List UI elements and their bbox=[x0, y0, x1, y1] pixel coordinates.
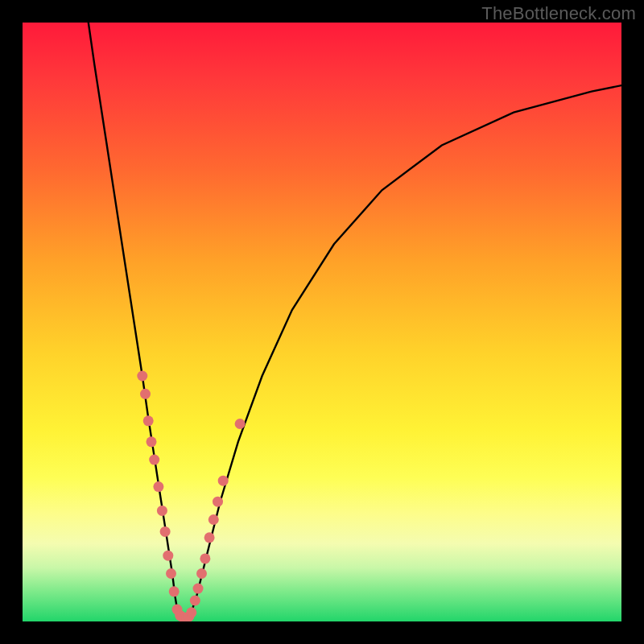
scatter-point bbox=[190, 596, 200, 606]
scatter-point bbox=[147, 436, 157, 447]
scatter-point bbox=[204, 532, 215, 543]
scatter-markers bbox=[137, 371, 245, 622]
scatter-point bbox=[186, 607, 196, 617]
chart-svg bbox=[23, 23, 621, 621]
scatter-point bbox=[140, 389, 151, 399]
scatter-point bbox=[137, 371, 147, 382]
scatter-point bbox=[218, 476, 229, 486]
chart-plot-area bbox=[23, 23, 621, 621]
scatter-point bbox=[157, 506, 167, 516]
scatter-point bbox=[193, 584, 204, 594]
scatter-point bbox=[153, 481, 163, 492]
scatter-point bbox=[213, 497, 223, 507]
curve-right-branch bbox=[190, 85, 621, 616]
scatter-point bbox=[169, 586, 180, 597]
scatter-point bbox=[166, 568, 176, 579]
watermark-text: TheBottleneck.com bbox=[481, 3, 636, 24]
scatter-point bbox=[149, 455, 159, 465]
scatter-point bbox=[196, 568, 207, 579]
scatter-point bbox=[163, 551, 173, 561]
scatter-point bbox=[160, 526, 171, 537]
scatter-point bbox=[143, 415, 154, 426]
scatter-point bbox=[235, 419, 246, 429]
scatter-point bbox=[208, 514, 219, 525]
scatter-point bbox=[200, 553, 210, 564]
